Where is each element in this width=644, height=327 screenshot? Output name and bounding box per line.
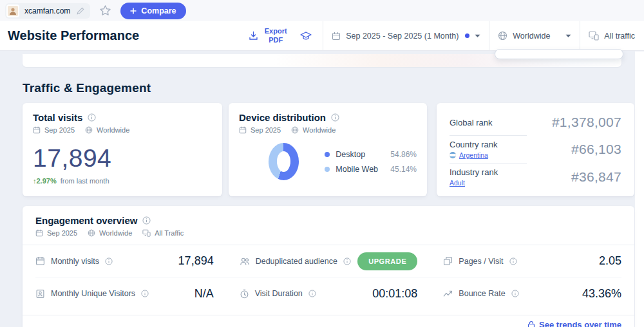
- legend-value: 45.14%: [390, 165, 417, 174]
- plus-icon: [130, 8, 137, 14]
- globe-icon: [291, 126, 299, 134]
- change-percent: ↑2.97%: [33, 177, 57, 185]
- argentina-flag-icon: [450, 152, 456, 158]
- metric-monthly-visits: Monthly visits 17,894: [35, 254, 214, 268]
- page-header: Website Performance Export PDF: [0, 21, 644, 51]
- industry-rank-row: Industry rank Adult #36,847: [450, 164, 621, 191]
- global-rank-row: Global rank #1,378,007: [450, 109, 621, 135]
- edit-icon[interactable]: [77, 7, 84, 15]
- calendar-icon: [35, 229, 43, 237]
- engagement-overview-card: Engagement overview Sep 2025 Worldwide: [23, 206, 634, 327]
- country-rank-label: Country rank: [450, 140, 497, 149]
- info-icon[interactable]: [105, 257, 113, 265]
- info-icon[interactable]: [142, 216, 151, 225]
- country-link[interactable]: Argentina: [459, 151, 488, 159]
- metric-monthly-unique-visitors: Monthly Unique Visitors N/A: [35, 287, 214, 301]
- region-label: Worldwide: [97, 126, 129, 134]
- favorite-star-icon[interactable]: [99, 5, 111, 17]
- domain-chip[interactable]: xcamfan.com: [5, 3, 90, 19]
- date-range-selector[interactable]: Sep 2025 - Sep 2025 (1 Month): [323, 21, 489, 50]
- download-icon: [249, 31, 258, 41]
- top-bar: xcamfan.com Compare: [0, 0, 644, 21]
- industry-rank-label: Industry rank: [450, 167, 498, 177]
- info-icon[interactable]: [331, 113, 339, 122]
- clock-icon: [240, 289, 249, 299]
- calendar-icon: [35, 256, 45, 266]
- metric-pages-per-visit: Pages / Visit 2.05: [443, 254, 621, 268]
- metric-value: 2.05: [599, 254, 621, 268]
- rank-card: Global rank #1,378,007 Country rank Arge…: [437, 103, 634, 196]
- metric-value: 00:01:08: [372, 287, 417, 301]
- legend-item-mobile-web: Mobile Web 45.14%: [325, 165, 417, 174]
- devices-icon: [589, 31, 599, 41]
- traffic-filter-label: All traffic: [604, 32, 635, 41]
- domain-name: xcamfan.com: [24, 6, 70, 15]
- calendar-icon: [33, 126, 41, 134]
- section-title: Traffic & Engagement: [23, 81, 151, 95]
- metric-label: Visit Duration: [255, 289, 303, 298]
- metric-value: N/A: [194, 287, 214, 301]
- metric-value: 17,894: [178, 254, 214, 268]
- country-rank-row: Country rank Argentina #66,103: [450, 136, 621, 163]
- metric-label: Deduplicated audience: [256, 257, 337, 266]
- legend-label: Mobile Web: [336, 165, 384, 174]
- metric-deduplicated-audience: Deduplicated audience UPGRADE: [240, 252, 418, 270]
- industry-rank-value: #36,847: [571, 169, 621, 185]
- person-card-icon: [35, 289, 45, 299]
- metric-label: Monthly visits: [51, 257, 99, 266]
- metric-row: Monthly visits 17,894 Deduplicated audie…: [35, 245, 621, 277]
- export-pdf-button[interactable]: Export PDF: [249, 27, 289, 44]
- page-title: Website Performance: [8, 28, 139, 43]
- metric-label: Pages / Visit: [459, 257, 503, 266]
- period-label: Sep 2025: [251, 126, 281, 134]
- people-icon: [240, 257, 250, 266]
- legend-value: 54.86%: [390, 150, 417, 159]
- lock-icon: [527, 321, 535, 327]
- compare-button[interactable]: Compare: [120, 3, 185, 19]
- device-distribution-card: Device distribution Sep 2025 Worldwide D…: [229, 103, 427, 196]
- engagement-title: Engagement overview: [35, 215, 137, 226]
- metric-label: Bounce Rate: [459, 289, 505, 298]
- see-trends-link[interactable]: See trends over time: [527, 320, 621, 327]
- date-indicator-dot: [465, 33, 469, 38]
- info-icon[interactable]: [509, 257, 517, 265]
- devices-icon: [142, 229, 151, 237]
- legend-dot: [325, 152, 330, 157]
- period-label: Sep 2025: [47, 229, 77, 237]
- total-visits-card: Total visits Sep 2025 Worldwide 17,894 ↑…: [23, 103, 222, 196]
- region-label: Worldwide: [99, 229, 132, 237]
- info-icon[interactable]: [343, 257, 351, 265]
- region-selector[interactable]: Worldwide: [489, 21, 580, 50]
- calendar-icon: [332, 32, 341, 41]
- traffic-filter-selector[interactable]: All traffic: [580, 21, 644, 50]
- chevron-down-icon: [475, 34, 480, 38]
- right-gutter: [635, 51, 644, 327]
- metric-value: 43.36%: [582, 287, 621, 301]
- legend-label: Desktop: [336, 150, 384, 159]
- global-rank-value: #1,378,007: [552, 115, 621, 130]
- see-trends-label: See trends over time: [539, 320, 621, 327]
- compare-label: Compare: [141, 6, 176, 15]
- region-label: Worldwide: [513, 32, 550, 41]
- upgrade-button[interactable]: UPGRADE: [357, 252, 417, 270]
- industry-link[interactable]: Adult: [450, 179, 465, 187]
- date-range-label: Sep 2025 - Sep 2025 (1 Month): [346, 32, 459, 41]
- device-donut-chart: [269, 143, 299, 180]
- globe-icon: [88, 229, 95, 237]
- total-visits-value: 17,894: [33, 144, 212, 173]
- metric-visit-duration: Visit Duration 00:01:08: [240, 287, 418, 301]
- info-icon[interactable]: [308, 290, 316, 297]
- globe-icon: [85, 126, 93, 134]
- info-icon[interactable]: [88, 113, 96, 122]
- chevron-down-icon: [565, 34, 571, 38]
- academy-icon[interactable]: [299, 30, 312, 42]
- traffic-label: All Traffic: [155, 229, 184, 237]
- export-pdf-label: Export PDF: [262, 27, 289, 44]
- info-icon[interactable]: [511, 290, 519, 297]
- legend-item-desktop: Desktop 54.86%: [325, 150, 417, 159]
- country-rank-value: #66,103: [571, 142, 621, 157]
- metric-label: Monthly Unique Visitors: [51, 289, 135, 298]
- info-icon[interactable]: [141, 290, 149, 297]
- metric-row: Monthly Unique Visitors N/A Visit Durati…: [35, 277, 621, 310]
- global-rank-label: Global rank: [450, 118, 492, 127]
